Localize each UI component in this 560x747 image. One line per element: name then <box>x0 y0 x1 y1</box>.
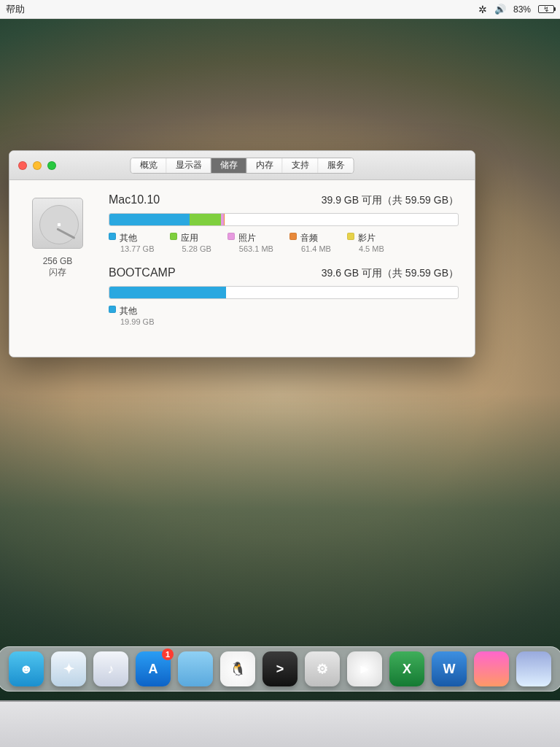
legend-label: 音频 <box>300 233 318 243</box>
legend-item: 照片563.1 MB <box>228 232 273 253</box>
tab-5[interactable]: 服务 <box>319 158 354 173</box>
legend-label: 照片 <box>238 233 256 243</box>
dock-app-store[interactable]: A1 <box>136 651 171 686</box>
battery-icon[interactable]: ↯ <box>538 5 554 13</box>
dock-qq[interactable]: 🐧 <box>220 651 255 686</box>
volume-icon[interactable]: 🔊 <box>494 4 506 15</box>
tab-3[interactable]: 内存 <box>247 158 283 173</box>
volume-list: Mac10.1039.9 GB 可用（共 59.59 GB）其他13.77 GB… <box>109 193 459 339</box>
dock-excel[interactable]: X <box>389 651 424 686</box>
dock-game-2[interactable] <box>516 651 551 686</box>
legend-value: 13.77 GB <box>120 244 154 253</box>
window-traffic-lights <box>9 161 56 170</box>
volume-name: BOOTCAMP <box>109 266 176 279</box>
dock-terminal[interactable]: > <box>262 651 298 686</box>
laptop-bezel <box>0 700 560 747</box>
tab-4[interactable]: 支持 <box>283 158 319 173</box>
about-mac-window: 概览显示器储存内存支持服务 256 GB 闪存 Mac10.1039.9 GB … <box>9 150 475 357</box>
legend-item: 影片4.5 MB <box>347 232 384 253</box>
legend-swatch <box>289 233 297 240</box>
legend-item: 其他13.77 GB <box>109 232 154 253</box>
usage-segment <box>109 214 190 225</box>
legend-swatch <box>347 233 354 240</box>
dock: ☻✦♪A1🐧>⚙►XW <box>0 646 560 692</box>
legend-label: 其他 <box>120 233 137 243</box>
legend-item: 其他19.99 GB <box>109 305 154 326</box>
bluetooth-icon[interactable]: ✲ <box>478 4 487 15</box>
legend-value: 61.4 MB <box>301 244 331 253</box>
legend-label: 影片 <box>358 233 376 243</box>
usage-segment <box>109 287 226 298</box>
dock-settings[interactable]: ⚙ <box>305 651 340 686</box>
drive-capacity: 256 GB <box>26 256 90 266</box>
window-titlebar[interactable]: 概览显示器储存内存支持服务 <box>9 151 475 180</box>
window-tabs: 概览显示器储存内存支持服务 <box>131 158 354 174</box>
volume-name: Mac10.10 <box>109 193 160 206</box>
usage-segment <box>190 214 220 225</box>
usage-bar <box>109 286 459 299</box>
legend-label: 应用 <box>181 233 198 243</box>
tab-2[interactable]: 储存 <box>211 158 247 173</box>
menubar: 帮助 ✲ 🔊 83% ↯ <box>0 0 560 19</box>
desktop: 概览显示器储存内存支持服务 256 GB 闪存 Mac10.1039.9 GB … <box>0 19 560 700</box>
minimize-button[interactable] <box>33 161 42 170</box>
battery-percent: 83% <box>513 4 531 15</box>
drive-summary: 256 GB 闪存 <box>26 193 90 339</box>
tab-1[interactable]: 显示器 <box>167 158 211 173</box>
legend-swatch <box>170 233 177 240</box>
dock-safari[interactable]: ✦ <box>51 651 86 686</box>
dock-finder[interactable]: ☻ <box>9 651 44 686</box>
drive-type: 闪存 <box>26 266 90 279</box>
legend: 其他13.77 GB应用5.28 GB照片563.1 MB音频61.4 MB影片… <box>109 232 459 253</box>
dock-game-1[interactable] <box>474 651 509 686</box>
volume-1: BOOTCAMP39.6 GB 可用（共 59.59 GB）其他19.99 GB <box>109 266 459 326</box>
laptop-screen: 帮助 ✲ 🔊 83% ↯ 概览显示器储存内存支持服务 <box>0 0 560 700</box>
legend-value: 4.5 MB <box>359 244 384 253</box>
storage-panel: 256 GB 闪存 Mac10.1039.9 GB 可用（共 59.59 GB）… <box>9 180 475 357</box>
photo-frame: 帮助 ✲ 🔊 83% ↯ 概览显示器储存内存支持服务 <box>0 0 560 747</box>
dock-itunes[interactable]: ♪ <box>93 651 128 686</box>
legend-item: 应用5.28 GB <box>170 232 211 253</box>
harddrive-icon <box>32 198 83 249</box>
dock-media-player[interactable]: ► <box>347 651 382 686</box>
volume-summary: 39.6 GB 可用（共 59.59 GB） <box>322 267 459 280</box>
legend-item: 音频61.4 MB <box>289 232 331 253</box>
legend-swatch <box>109 233 116 240</box>
legend-value: 19.99 GB <box>120 317 154 326</box>
legend: 其他19.99 GB <box>109 305 459 326</box>
legend-label: 其他 <box>120 306 137 316</box>
close-button[interactable] <box>18 161 27 170</box>
badge: 1 <box>162 649 174 660</box>
legend-value: 5.28 GB <box>182 244 211 253</box>
zoom-button[interactable] <box>47 161 56 170</box>
legend-swatch <box>228 233 235 240</box>
dock-folder[interactable] <box>178 651 213 686</box>
volume-summary: 39.9 GB 可用（共 59.59 GB） <box>322 194 459 207</box>
legend-value: 563.1 MB <box>239 244 273 253</box>
tab-0[interactable]: 概览 <box>131 158 167 173</box>
menu-help[interactable]: 帮助 <box>6 3 25 16</box>
dock-word[interactable]: W <box>432 651 467 686</box>
volume-0: Mac10.1039.9 GB 可用（共 59.59 GB）其他13.77 GB… <box>109 193 459 253</box>
legend-swatch <box>109 306 116 313</box>
usage-bar <box>109 213 459 226</box>
